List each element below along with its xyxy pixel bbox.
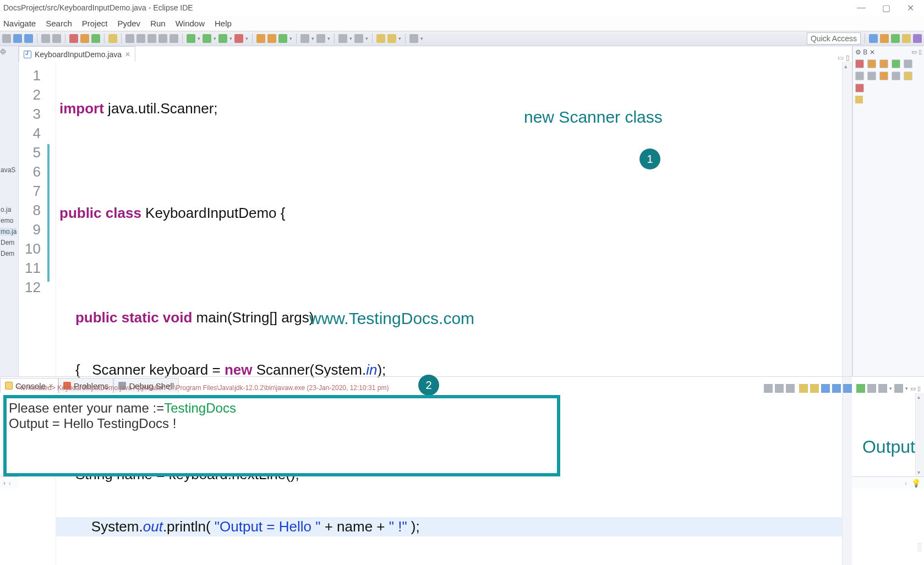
code-area[interactable]: 123 456 789 101112 import java.util.Scan… [19, 62, 852, 565]
create-module-icon[interactable] [69, 34, 78, 43]
pin-console-icon[interactable] [821, 384, 830, 393]
editor-vertical-scrollbar[interactable]: ▴ ▾ [842, 62, 852, 565]
menu-project[interactable]: Project [82, 19, 108, 28]
link-editor-icon[interactable] [892, 59, 900, 68]
perspective-other-icon[interactable] [913, 34, 922, 43]
menu-run[interactable]: Run [150, 19, 166, 28]
focus-icon[interactable] [904, 72, 912, 80]
terminate-icon[interactable] [867, 384, 876, 393]
new-icon[interactable] [2, 34, 11, 43]
remove-all-launches-icon[interactable] [786, 384, 795, 393]
back-icon[interactable] [376, 34, 385, 43]
new-package-icon[interactable] [267, 34, 276, 43]
skip-breakpoints-icon[interactable] [52, 34, 61, 43]
console-prompt-text: Please enter your name := [9, 401, 164, 415]
sidebar-file[interactable]: emo [0, 217, 13, 224]
sidebar-file[interactable]: o.ja [0, 206, 11, 213]
coverage-icon[interactable] [218, 34, 227, 43]
run-last-icon[interactable] [234, 34, 243, 43]
save-all-icon[interactable] [24, 34, 33, 43]
hide-local-icon[interactable] [892, 72, 900, 80]
outline-node-icon[interactable] [855, 96, 863, 103]
task-icon[interactable] [147, 34, 156, 43]
new-class-icon[interactable] [278, 34, 287, 43]
save-icon[interactable] [13, 34, 22, 43]
new-console-icon[interactable] [894, 384, 903, 393]
annotation-scanner-label: new Scanner class [524, 108, 663, 127]
annotation-badge-1: 1 [639, 149, 660, 169]
menu-navigate[interactable]: Navigate [3, 19, 36, 28]
new-java-icon[interactable] [158, 34, 167, 43]
console-user-input: TestingDocs [164, 401, 236, 415]
create-package-icon[interactable] [80, 34, 89, 43]
search-icon-2[interactable] [316, 34, 325, 43]
open-task-icon[interactable] [300, 34, 309, 43]
watermark-url: www.TestingDocs.com [309, 309, 474, 328]
sidebar-file[interactable]: Dem [0, 250, 14, 257]
minimize-icon[interactable]: — [857, 3, 866, 13]
close-icon[interactable]: ✕ [907, 3, 914, 13]
perspective-debug-icon[interactable] [880, 34, 889, 43]
menu-search[interactable]: Search [46, 19, 72, 28]
scroll-lock-icon[interactable] [799, 384, 808, 393]
console-output[interactable]: Please enter your name :=TestingDocs Out… [3, 395, 560, 476]
editor-pane: KeyboardInputDemo.java ✕ ▭▯ 123 456 789 … [19, 46, 852, 376]
editor-tabs: KeyboardInputDemo.java ✕ ▭▯ [19, 46, 852, 62]
console-icon [5, 382, 13, 390]
sort-icon[interactable] [904, 59, 912, 68]
clear-console-icon[interactable] [764, 384, 773, 393]
annotate-icon[interactable] [136, 34, 145, 43]
menu-help[interactable]: Help [215, 19, 232, 28]
outline-pane[interactable]: ⚙ B ✕ ▭ ▯ [852, 46, 924, 376]
debug-icon[interactable] [187, 34, 195, 43]
create-project-icon[interactable] [91, 34, 100, 43]
next-edit-icon[interactable] [354, 34, 363, 43]
word-wrap-icon[interactable] [810, 384, 819, 393]
show-console-icon[interactable] [856, 384, 865, 393]
forward-icon[interactable] [387, 34, 396, 43]
search-icon[interactable] [125, 34, 134, 43]
quick-access-field[interactable]: Quick Access [807, 32, 861, 45]
hide-static-icon[interactable] [867, 72, 876, 80]
source-code[interactable]: import java.util.Scanner; public class K… [56, 62, 842, 565]
hide-nonpublic-icon[interactable] [879, 72, 888, 80]
window-controls: — ▢ ✕ [857, 3, 914, 13]
show-view-menu-icon[interactable]: › [3, 479, 6, 487]
display-selected-console-icon[interactable] [832, 384, 841, 393]
toggle-breadcrumb-icon[interactable] [41, 34, 50, 43]
remove-launch-icon[interactable] [775, 384, 784, 393]
open-console-icon[interactable] [843, 384, 852, 393]
fold-strip[interactable] [46, 62, 56, 565]
sidebar-file-selected[interactable]: mo.ja [0, 228, 17, 235]
menu-pydev[interactable]: Pydev [117, 19, 140, 28]
close-tab-icon[interactable]: ✕ [125, 51, 130, 58]
collapse-icon[interactable] [879, 59, 888, 68]
perspective-git-icon[interactable] [891, 34, 900, 43]
editor-tab-active[interactable]: KeyboardInputDemo.java ✕ [19, 46, 135, 62]
package-explorer-minimized[interactable]: ▯ ▭ avaS o.ja emo mo.ja Dem Dem [0, 46, 19, 376]
console-dropdown-icon[interactable] [878, 384, 887, 393]
perspective-pydev-icon[interactable] [902, 34, 911, 43]
remove-icon[interactable] [855, 59, 864, 68]
maximize-view-icon[interactable]: ▯ [846, 54, 850, 62]
previous-edit-icon[interactable] [338, 34, 347, 43]
console-scrollbar[interactable]: ▴ ▾ [915, 393, 924, 476]
new-java-project-icon[interactable] [256, 34, 265, 43]
last-edit-location-icon[interactable] [409, 34, 418, 43]
open-type-icon[interactable] [108, 34, 117, 43]
sidebar-file[interactable]: Dem [0, 239, 14, 246]
expand-icon[interactable] [867, 59, 876, 68]
hide-fields-icon[interactable] [855, 72, 864, 80]
run-icon[interactable] [203, 34, 211, 43]
main-toolbar: ▾ ▾ ▾ ▾ ▾ ▾ ▾ ▾ ▾ ▾ ▾ Quick Access [0, 31, 924, 46]
wizard-icon[interactable] [170, 34, 178, 43]
menu-window[interactable]: Window [176, 19, 205, 28]
tip-bulb-icon[interactable]: 💡 [911, 479, 921, 487]
filter-icon[interactable] [855, 84, 864, 92]
perspective-java-icon[interactable] [869, 34, 878, 43]
sidebar-file[interactable]: avaS [0, 166, 15, 174]
maximize-icon[interactable]: ▢ [882, 3, 890, 13]
line-number-gutter: 123 456 789 101112 [19, 62, 46, 565]
minimize-view-icon[interactable]: ▭ [838, 54, 844, 62]
title-bar: DocsProject/src/KeyboardInputDemo.java -… [0, 0, 924, 15]
